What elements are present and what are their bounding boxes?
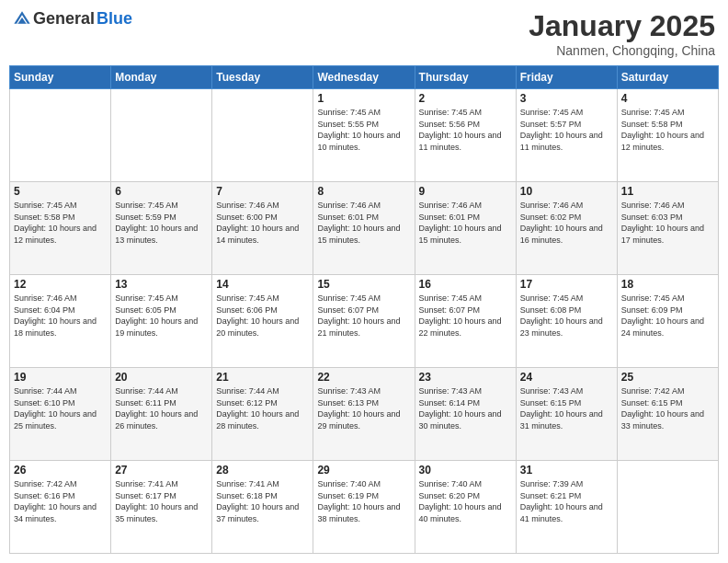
table-row — [617, 461, 718, 554]
table-row: 20Sunrise: 7:44 AMSunset: 6:11 PMDayligh… — [111, 368, 212, 461]
cell-sun-info: Sunrise: 7:45 AMSunset: 5:57 PMDaylight:… — [520, 107, 613, 153]
cell-sun-info: Sunrise: 7:45 AMSunset: 5:58 PMDaylight:… — [621, 107, 714, 153]
cell-day-number: 30 — [419, 464, 512, 477]
cell-day-number: 22 — [317, 371, 410, 384]
table-row — [10, 89, 111, 182]
table-row: 26Sunrise: 7:42 AMSunset: 6:16 PMDayligh… — [10, 461, 111, 554]
table-row: 23Sunrise: 7:43 AMSunset: 6:14 PMDayligh… — [415, 368, 516, 461]
table-row: 29Sunrise: 7:40 AMSunset: 6:19 PMDayligh… — [313, 461, 415, 554]
cell-day-number: 17 — [520, 278, 613, 291]
cell-sun-info: Sunrise: 7:46 AMSunset: 6:01 PMDaylight:… — [419, 200, 512, 246]
table-row: 21Sunrise: 7:44 AMSunset: 6:12 PMDayligh… — [212, 368, 313, 461]
cell-sun-info: Sunrise: 7:40 AMSunset: 6:20 PMDaylight:… — [419, 478, 512, 524]
header-monday: Monday — [111, 66, 212, 89]
logo-icon — [13, 10, 31, 29]
header: GeneralBlue January 2025 Nanmen, Chongqi… — [9, 9, 719, 58]
table-row: 11Sunrise: 7:46 AMSunset: 6:03 PMDayligh… — [617, 182, 718, 275]
cell-day-number: 19 — [14, 371, 107, 384]
cell-sun-info: Sunrise: 7:46 AMSunset: 6:02 PMDaylight:… — [520, 200, 613, 246]
table-row: 31Sunrise: 7:39 AMSunset: 6:21 PMDayligh… — [516, 461, 617, 554]
cell-day-number: 11 — [621, 185, 714, 198]
table-row: 13Sunrise: 7:45 AMSunset: 6:05 PMDayligh… — [111, 275, 212, 368]
cell-sun-info: Sunrise: 7:45 AMSunset: 5:59 PMDaylight:… — [115, 200, 208, 246]
cell-sun-info: Sunrise: 7:46 AMSunset: 6:04 PMDaylight:… — [14, 293, 107, 339]
cell-sun-info: Sunrise: 7:43 AMSunset: 6:15 PMDaylight:… — [520, 385, 613, 431]
calendar-location: Nanmen, Chongqing, China — [529, 43, 715, 58]
table-row: 8Sunrise: 7:46 AMSunset: 6:01 PMDaylight… — [313, 182, 415, 275]
cell-day-number: 23 — [419, 371, 512, 384]
calendar-title: January 2025 — [529, 9, 715, 43]
table-row: 16Sunrise: 7:45 AMSunset: 6:07 PMDayligh… — [415, 275, 516, 368]
cell-day-number: 29 — [317, 464, 410, 477]
table-row: 27Sunrise: 7:41 AMSunset: 6:17 PMDayligh… — [111, 461, 212, 554]
cell-day-number: 12 — [14, 278, 107, 291]
cell-day-number: 3 — [520, 92, 613, 105]
cell-sun-info: Sunrise: 7:42 AMSunset: 6:16 PMDaylight:… — [14, 478, 107, 524]
calendar-table: Sunday Monday Tuesday Wednesday Thursday… — [9, 65, 719, 554]
cell-day-number: 14 — [216, 278, 309, 291]
header-saturday: Saturday — [617, 66, 718, 89]
table-row: 9Sunrise: 7:46 AMSunset: 6:01 PMDaylight… — [415, 182, 516, 275]
calendar-week-5: 26Sunrise: 7:42 AMSunset: 6:16 PMDayligh… — [10, 461, 719, 554]
cell-sun-info: Sunrise: 7:45 AMSunset: 6:06 PMDaylight:… — [216, 293, 309, 339]
table-row: 14Sunrise: 7:45 AMSunset: 6:06 PMDayligh… — [212, 275, 313, 368]
cell-sun-info: Sunrise: 7:46 AMSunset: 6:01 PMDaylight:… — [317, 200, 410, 246]
cell-sun-info: Sunrise: 7:45 AMSunset: 5:56 PMDaylight:… — [419, 107, 512, 153]
cell-sun-info: Sunrise: 7:45 AMSunset: 5:58 PMDaylight:… — [14, 200, 107, 246]
cell-day-number: 20 — [115, 371, 208, 384]
cell-day-number: 10 — [520, 185, 613, 198]
table-row: 12Sunrise: 7:46 AMSunset: 6:04 PMDayligh… — [10, 275, 111, 368]
table-row — [212, 89, 313, 182]
header-friday: Friday — [516, 66, 617, 89]
cell-sun-info: Sunrise: 7:45 AMSunset: 5:55 PMDaylight:… — [317, 107, 410, 153]
calendar-week-4: 19Sunrise: 7:44 AMSunset: 6:10 PMDayligh… — [10, 368, 719, 461]
header-wednesday: Wednesday — [313, 66, 415, 89]
cell-sun-info: Sunrise: 7:44 AMSunset: 6:12 PMDaylight:… — [216, 385, 309, 431]
table-row: 25Sunrise: 7:42 AMSunset: 6:15 PMDayligh… — [617, 368, 718, 461]
cell-sun-info: Sunrise: 7:43 AMSunset: 6:14 PMDaylight:… — [419, 385, 512, 431]
cell-day-number: 25 — [621, 371, 714, 384]
cell-day-number: 7 — [216, 185, 309, 198]
cell-sun-info: Sunrise: 7:39 AMSunset: 6:21 PMDaylight:… — [520, 478, 613, 524]
title-block: January 2025 Nanmen, Chongqing, China — [529, 9, 715, 58]
table-row: 15Sunrise: 7:45 AMSunset: 6:07 PMDayligh… — [313, 275, 415, 368]
cell-sun-info: Sunrise: 7:45 AMSunset: 6:07 PMDaylight:… — [419, 293, 512, 339]
cell-sun-info: Sunrise: 7:44 AMSunset: 6:11 PMDaylight:… — [115, 385, 208, 431]
cell-day-number: 31 — [520, 464, 613, 477]
table-row: 3Sunrise: 7:45 AMSunset: 5:57 PMDaylight… — [516, 89, 617, 182]
table-row: 4Sunrise: 7:45 AMSunset: 5:58 PMDaylight… — [617, 89, 718, 182]
cell-day-number: 9 — [419, 185, 512, 198]
table-row: 1Sunrise: 7:45 AMSunset: 5:55 PMDaylight… — [313, 89, 415, 182]
cell-sun-info: Sunrise: 7:40 AMSunset: 6:19 PMDaylight:… — [317, 478, 410, 524]
header-tuesday: Tuesday — [212, 66, 313, 89]
cell-sun-info: Sunrise: 7:45 AMSunset: 6:07 PMDaylight:… — [317, 293, 410, 339]
header-sunday: Sunday — [10, 66, 111, 89]
table-row: 7Sunrise: 7:46 AMSunset: 6:00 PMDaylight… — [212, 182, 313, 275]
table-row: 28Sunrise: 7:41 AMSunset: 6:18 PMDayligh… — [212, 461, 313, 554]
cell-sun-info: Sunrise: 7:44 AMSunset: 6:10 PMDaylight:… — [14, 385, 107, 431]
table-row — [111, 89, 212, 182]
cell-day-number: 27 — [115, 464, 208, 477]
cell-day-number: 2 — [419, 92, 512, 105]
cell-day-number: 6 — [115, 185, 208, 198]
cell-sun-info: Sunrise: 7:43 AMSunset: 6:13 PMDaylight:… — [317, 385, 410, 431]
table-row: 5Sunrise: 7:45 AMSunset: 5:58 PMDaylight… — [10, 182, 111, 275]
cell-sun-info: Sunrise: 7:46 AMSunset: 6:03 PMDaylight:… — [621, 200, 714, 246]
header-thursday: Thursday — [415, 66, 516, 89]
cell-day-number: 24 — [520, 371, 613, 384]
calendar-week-2: 5Sunrise: 7:45 AMSunset: 5:58 PMDaylight… — [10, 182, 719, 275]
cell-sun-info: Sunrise: 7:45 AMSunset: 6:08 PMDaylight:… — [520, 293, 613, 339]
table-row: 2Sunrise: 7:45 AMSunset: 5:56 PMDaylight… — [415, 89, 516, 182]
table-row: 19Sunrise: 7:44 AMSunset: 6:10 PMDayligh… — [10, 368, 111, 461]
calendar-week-1: 1Sunrise: 7:45 AMSunset: 5:55 PMDaylight… — [10, 89, 719, 182]
cell-sun-info: Sunrise: 7:45 AMSunset: 6:05 PMDaylight:… — [115, 293, 208, 339]
cell-day-number: 21 — [216, 371, 309, 384]
cell-day-number: 13 — [115, 278, 208, 291]
cell-day-number: 5 — [14, 185, 107, 198]
cell-sun-info: Sunrise: 7:42 AMSunset: 6:15 PMDaylight:… — [621, 385, 714, 431]
cell-day-number: 8 — [317, 185, 410, 198]
table-row: 30Sunrise: 7:40 AMSunset: 6:20 PMDayligh… — [415, 461, 516, 554]
logo-blue-text: Blue — [97, 9, 132, 29]
table-row: 6Sunrise: 7:45 AMSunset: 5:59 PMDaylight… — [111, 182, 212, 275]
table-row: 18Sunrise: 7:45 AMSunset: 6:09 PMDayligh… — [617, 275, 718, 368]
